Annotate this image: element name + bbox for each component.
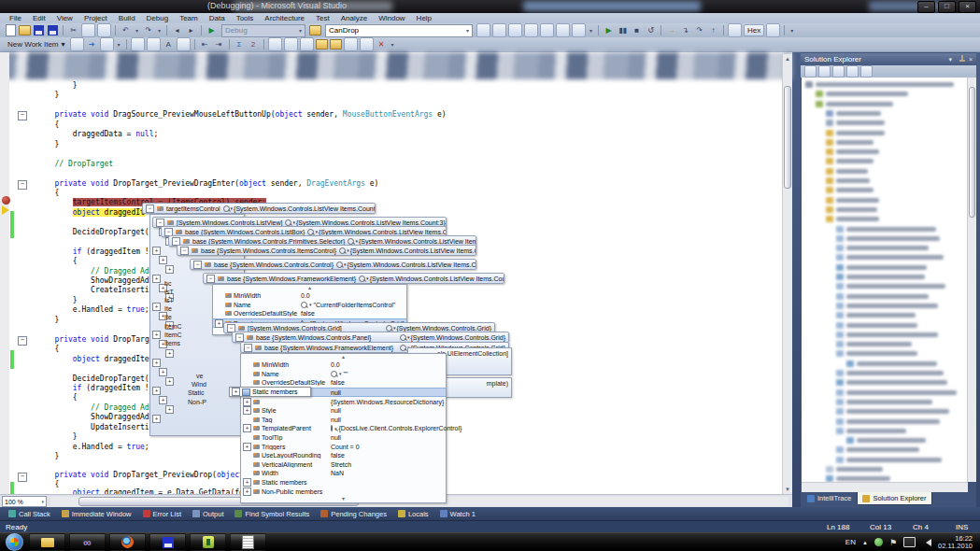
tree-item[interactable] — [836, 456, 942, 464]
properties-icon[interactable] — [804, 65, 817, 78]
tree-item[interactable] — [846, 436, 926, 445]
code-line[interactable]: e.Handled = true; — [19, 443, 149, 452]
code-line[interactable]: DecideDropTarget(e); — [19, 228, 163, 237]
tree-item[interactable] — [836, 311, 916, 319]
tree-item[interactable] — [836, 398, 932, 406]
tree-item[interactable] — [836, 369, 944, 377]
tree-item[interactable] — [826, 186, 873, 194]
volume-icon[interactable] — [922, 539, 931, 546]
panel-tab-immediate-window[interactable]: Immediate Window — [57, 508, 136, 519]
tray-app-icon[interactable] — [874, 538, 883, 546]
outline-collapse-icon[interactable]: − — [18, 473, 27, 482]
tree-item[interactable] — [826, 109, 881, 118]
scrollbar-thumb[interactable] — [969, 87, 975, 218]
code-line[interactable]: private void DropTarget_PreviewDragOver(… — [19, 335, 375, 345]
tree-item[interactable] — [826, 465, 883, 473]
code-editor[interactable]: } } private void DragSource_PreviewMouse… — [0, 52, 792, 507]
tree-item[interactable] — [836, 273, 925, 281]
code-line[interactable]: DecideDropTarget(e); — [19, 374, 163, 384]
tree-item[interactable] — [836, 234, 940, 243]
code-line[interactable]: } — [19, 81, 78, 91]
code-line[interactable]: { — [19, 120, 59, 130]
tree-item[interactable] — [836, 302, 938, 310]
solution-explorer-header[interactable]: Solution Explorer ▾ × — [801, 53, 976, 65]
code-line[interactable]: private void DropTarget_PreviewDragEnter… — [19, 179, 378, 189]
tree-item[interactable] — [836, 417, 940, 426]
code-line[interactable]: } — [19, 432, 78, 442]
code-line[interactable]: targetItemsControl = (ItemsControl) send… — [19, 198, 266, 207]
tree-item[interactable] — [805, 80, 954, 89]
tree-item[interactable] — [836, 244, 929, 252]
tree-item[interactable] — [826, 129, 885, 137]
editor-vertical-scrollbar[interactable]: ▲ ▼ — [782, 54, 792, 494]
outline-collapse-icon[interactable]: − — [18, 180, 27, 190]
tree-item[interactable] — [836, 349, 917, 358]
tree-item[interactable] — [826, 196, 879, 205]
code-line[interactable]: ShowDraggedAdorner(e.GetPos — [19, 276, 212, 286]
tree-item[interactable] — [826, 167, 868, 176]
code-line[interactable]: draggedData = null; — [19, 130, 158, 139]
outline-collapse-icon[interactable]: − — [18, 111, 27, 120]
breakpoint-icon[interactable] — [2, 196, 10, 205]
tree-item[interactable] — [836, 378, 947, 387]
panel-tab-call-stack[interactable]: Call Stack — [4, 508, 55, 519]
tree-item[interactable] — [836, 282, 945, 290]
tree-item[interactable] — [826, 119, 885, 127]
code-line[interactable]: { — [19, 393, 78, 403]
view-code-icon[interactable] — [846, 65, 859, 78]
editor-horizontal-scrollbar[interactable] — [50, 497, 788, 506]
code-line[interactable]: ShowDraggedAdorner(e.GetPos — [19, 413, 212, 422]
tab-solution-explorer[interactable]: Solution Explorer — [857, 492, 931, 505]
tree-item[interactable] — [816, 100, 893, 108]
view-designer-icon[interactable] — [860, 65, 873, 78]
code-line[interactable]: e.Handled = true; — [19, 305, 149, 315]
code-line[interactable]: } — [19, 91, 59, 100]
panel-tab-output[interactable]: Output — [188, 508, 229, 519]
code-line[interactable]: { — [19, 189, 59, 198]
firefox-button[interactable] — [109, 533, 146, 551]
tree-vertical-scrollbar[interactable] — [967, 78, 976, 482]
visual-studio-button[interactable]: ∞ — [69, 533, 106, 551]
code-line[interactable]: CreateInsertionAdorner(); — [19, 286, 203, 295]
code-line[interactable]: object draggedItem = e.Data.GetData(form… — [19, 355, 293, 364]
tree-item[interactable] — [836, 292, 929, 301]
code-line[interactable]: if (draggedItem != null) — [19, 247, 180, 257]
green-app-button[interactable] — [190, 533, 226, 551]
tree-item[interactable] — [836, 389, 957, 397]
code-line[interactable]: private void DragSource_PreviewMouseLeft… — [19, 110, 447, 120]
notes-app-button[interactable] — [230, 533, 266, 551]
tree-item[interactable] — [836, 225, 936, 233]
tree-horizontal-scrollbar[interactable] — [802, 482, 968, 492]
code-line[interactable]: } — [19, 140, 59, 149]
zoom-selector[interactable]: 100 %▾ — [2, 496, 47, 507]
code-line[interactable]: } — [19, 296, 78, 305]
tree-item[interactable] — [816, 90, 908, 98]
panel-tab-watch-1[interactable]: Watch 1 — [435, 508, 480, 519]
code-line[interactable]: // Dragged Adorner is only — [19, 403, 207, 413]
outline-collapse-icon[interactable]: − — [18, 336, 27, 346]
scrollbar-thumb[interactable] — [78, 497, 359, 506]
tab-intellitrace[interactable]: IntelliTrace — [802, 492, 856, 504]
panel-tab-error-list[interactable]: Error List — [138, 508, 186, 519]
code-text-layer[interactable]: } } private void DragSource_PreviewMouse… — [0, 0, 792, 494]
tree-item[interactable] — [826, 205, 877, 214]
tree-item[interactable] — [826, 138, 873, 147]
tree-item[interactable] — [826, 157, 873, 165]
tree-item[interactable] — [826, 148, 879, 156]
code-line[interactable]: { — [19, 345, 59, 354]
code-line[interactable]: { — [19, 257, 78, 266]
tree-item[interactable] — [826, 474, 890, 482]
language-indicator[interactable]: EN — [845, 538, 856, 546]
code-line[interactable]: object draggedIt — [19, 208, 145, 218]
show-hidden-icons-icon[interactable]: ▲ — [862, 540, 868, 545]
scrollbar-thumb[interactable] — [784, 86, 791, 189]
save-app-button[interactable] — [149, 533, 186, 551]
clock[interactable]: 16:22 02.11.2010 — [938, 535, 973, 550]
start-button[interactable] — [6, 533, 23, 551]
restore-button[interactable]: □ — [938, 1, 956, 13]
refresh-icon[interactable] — [832, 65, 845, 78]
tree-item[interactable] — [836, 321, 917, 330]
panel-tab-find-symbol-results[interactable]: Find Symbol Results — [230, 508, 314, 519]
tree-item[interactable] — [836, 445, 919, 454]
tree-item[interactable] — [836, 407, 949, 416]
